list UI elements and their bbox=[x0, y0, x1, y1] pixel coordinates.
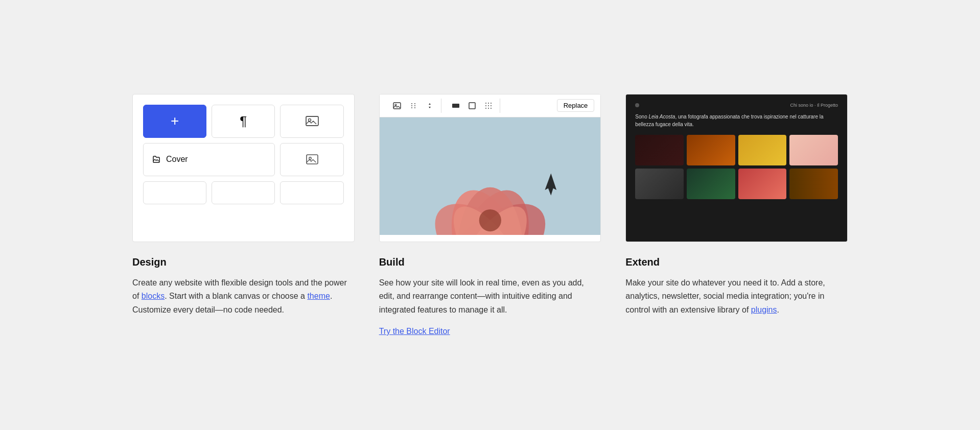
ext-img-7 bbox=[738, 169, 787, 199]
main-container: + ¶ Cover bbox=[132, 94, 848, 336]
add-block-btn[interactable]: + bbox=[143, 105, 206, 138]
svg-point-5 bbox=[395, 104, 396, 106]
blocks-link[interactable]: blocks bbox=[142, 292, 165, 300]
svg-point-3 bbox=[309, 157, 311, 159]
ext-img-8 bbox=[789, 169, 838, 199]
svg-point-7 bbox=[414, 103, 415, 104]
extend-image-grid bbox=[635, 135, 838, 199]
toolbar-group-align bbox=[445, 99, 500, 113]
paragraph-block-btn[interactable]: ¶ bbox=[212, 105, 275, 138]
design-preview-card: + ¶ Cover bbox=[132, 94, 355, 242]
svg-rect-2 bbox=[307, 155, 318, 164]
extend-title: Extend bbox=[625, 256, 848, 268]
build-preview-card: Replace bbox=[379, 94, 601, 242]
toolbar-group-image bbox=[386, 99, 441, 113]
grid-icon[interactable] bbox=[481, 99, 496, 113]
svg-point-11 bbox=[414, 107, 415, 108]
build-column: Replace bbox=[379, 94, 601, 336]
svg-point-15 bbox=[488, 103, 489, 104]
image-toolbar-icon[interactable] bbox=[390, 99, 404, 113]
design-body: Create any website with flexible design … bbox=[132, 276, 355, 317]
ext-img-5 bbox=[635, 169, 684, 199]
extend-preview-card: Chi sono io · Il Progetto Sono Leia Acos… bbox=[625, 94, 848, 242]
svg-point-19 bbox=[491, 105, 492, 106]
block-row3-1 bbox=[143, 181, 206, 204]
svg-point-9 bbox=[414, 105, 415, 106]
extend-name: Leia Acosta bbox=[648, 114, 675, 120]
ext-img-3 bbox=[738, 135, 787, 165]
svg-point-10 bbox=[411, 107, 412, 108]
arrows-toolbar-icon[interactable] bbox=[423, 99, 437, 113]
svg-point-21 bbox=[488, 108, 489, 109]
drag-toolbar-icon[interactable] bbox=[406, 99, 421, 113]
build-title: Build bbox=[379, 256, 601, 268]
svg-point-18 bbox=[488, 105, 489, 106]
svg-rect-4 bbox=[393, 103, 401, 109]
svg-point-22 bbox=[491, 108, 492, 109]
svg-point-20 bbox=[485, 108, 486, 109]
ext-img-1 bbox=[635, 135, 684, 165]
extend-heading: Sono Leia Acosta, una fotografa appassio… bbox=[635, 113, 838, 129]
image-block-placeholder bbox=[280, 105, 343, 138]
flower-image bbox=[380, 117, 601, 235]
svg-point-16 bbox=[491, 103, 492, 104]
cover-block-btn[interactable]: Cover bbox=[143, 143, 275, 176]
ext-img-6 bbox=[687, 169, 735, 199]
svg-point-31 bbox=[479, 209, 501, 231]
svg-rect-13 bbox=[469, 103, 475, 109]
design-title: Design bbox=[132, 256, 355, 268]
plugins-link[interactable]: plugins bbox=[751, 305, 777, 314]
svg-point-17 bbox=[485, 105, 486, 106]
block-row3-2 bbox=[212, 181, 275, 204]
replace-button[interactable]: Replace bbox=[557, 99, 595, 112]
block-row3-3 bbox=[280, 181, 343, 204]
ext-img-4 bbox=[789, 135, 838, 165]
crop-icon[interactable] bbox=[465, 99, 479, 113]
build-body: See how your site will look in real time… bbox=[379, 276, 601, 317]
image-block-btn[interactable] bbox=[280, 143, 343, 176]
design-column: + ¶ Cover bbox=[132, 94, 355, 336]
svg-point-6 bbox=[411, 103, 412, 104]
svg-rect-0 bbox=[306, 116, 318, 126]
try-block-editor-link[interactable]: Try the Block Editor bbox=[379, 327, 601, 336]
theme-link[interactable]: theme bbox=[307, 292, 330, 300]
ext-img-2 bbox=[687, 135, 735, 165]
svg-point-14 bbox=[485, 103, 486, 104]
extend-top-label: Chi sono io · Il Progetto bbox=[790, 103, 838, 108]
extend-column: Chi sono io · Il Progetto Sono Leia Acos… bbox=[625, 94, 848, 336]
svg-point-8 bbox=[411, 105, 412, 106]
align-left-icon[interactable] bbox=[449, 99, 463, 113]
window-dot-1 bbox=[635, 103, 639, 107]
svg-rect-12 bbox=[452, 104, 459, 108]
build-toolbar: Replace bbox=[380, 94, 601, 117]
extend-body: Make your site do whatever you need it t… bbox=[625, 276, 848, 317]
